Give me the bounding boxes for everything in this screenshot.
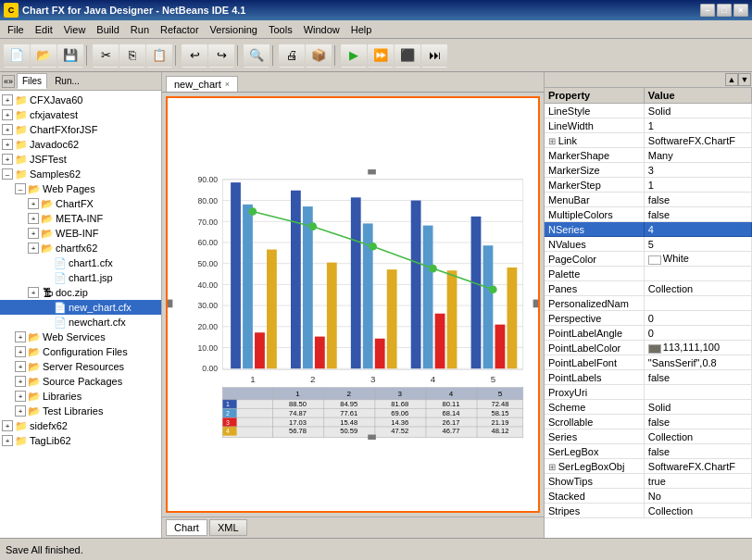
menu-refactor[interactable]: Refactor [155,22,205,37]
menu-help[interactable]: Help [345,22,378,37]
close-button[interactable]: × [733,4,748,17]
prop-row-personalizednam[interactable]: PersonalizedNam [545,296,752,311]
tree-item-configuration-files[interactable]: +📂Configuration Files [0,344,161,359]
doc-tab-close[interactable]: × [225,80,230,89]
tree-item-javadoc62[interactable]: +📁Javadoc62 [0,137,161,152]
properties-scroll-area[interactable]: Property Value LineStyleSolidLineWidth1⊞… [545,88,752,538]
tree-expand[interactable]: – [15,183,26,194]
tree-item-web-pages[interactable]: –📂Web Pages [0,181,161,196]
prop-row-scrollable[interactable]: Scrollablefalse [545,415,752,429]
tree-item-sidefx62[interactable]: +📁sidefx62 [0,418,161,433]
tree-item-chartfx[interactable]: +📂ChartFX [0,196,161,211]
prop-row-nvalues[interactable]: NValues5 [545,237,752,252]
minimize-button[interactable]: – [700,4,715,17]
tree-expand[interactable]: + [28,243,39,254]
redo-button[interactable]: ↪ [208,44,234,68]
tree-item-samples62[interactable]: –📁Samples62 [0,167,161,181]
tree-item-chartfxforjsf[interactable]: +📁ChartFXforJSF [0,122,161,137]
run-to-cursor-button[interactable]: ⏭ [421,44,447,68]
copy-button[interactable]: ⎘ [119,44,145,68]
tree-item-doc-zip[interactable]: +🗜doc.zip [0,285,161,300]
tree-expand[interactable]: + [28,213,39,224]
prop-row-stacked[interactable]: StackedNo [545,489,752,504]
tree-item-web-services[interactable]: +📂Web Services [0,330,161,344]
menu-run[interactable]: Run [125,22,155,37]
scroll-up-button[interactable]: ▲ [725,73,738,86]
prop-row-link[interactable]: ⊞ LinkSoftwareFX.ChartF [545,133,752,148]
tree-item-test-libraries[interactable]: +📂Test Libraries [0,404,161,418]
prop-row-pointlabelangle[interactable]: PointLabelAngle0 [545,326,752,341]
tree-item-chart1-cfx[interactable]: 📄chart1.cfx [0,255,161,270]
save-button[interactable]: 💾 [57,44,83,68]
tree-expand[interactable]: + [15,391,26,402]
prop-row-pointlabelcolor[interactable]: PointLabelColor113,111,100 [545,341,752,355]
prop-row-scheme[interactable]: SchemeSolid [545,400,752,415]
open-button[interactable]: 📂 [31,44,56,68]
prop-row-multiplecolors[interactable]: MultipleColorsfalse [545,207,752,222]
cut-button[interactable]: ✂ [93,44,119,68]
tree-expand[interactable]: + [28,198,39,209]
tree-expand[interactable]: + [2,435,13,446]
tree-expand[interactable]: + [2,420,13,431]
prop-row-perspective[interactable]: Perspective0 [545,311,752,326]
tree-expand[interactable]: + [2,109,13,120]
maximize-button[interactable]: □ [717,4,732,17]
menu-file[interactable]: File [2,22,30,37]
tree-expand[interactable]: + [15,331,26,342]
prop-row-proxyuri[interactable]: ProxyUri [545,385,752,400]
tree-item-web-inf[interactable]: +📂WEB-INF [0,226,161,241]
menu-window[interactable]: Window [298,22,345,37]
undo-button[interactable]: ↩ [182,44,207,68]
build-button[interactable]: 📦 [306,44,332,68]
prop-row-serlegboxobj[interactable]: ⊞ SerLegBoxObjSoftwareFX.ChartF [545,459,752,474]
prop-row-markersize[interactable]: MarkerSize3 [545,163,752,178]
tree-item-taglib62[interactable]: +📁TagLib62 [0,433,161,448]
panel-collapse-button[interactable]: «» [2,75,15,88]
tree-expand[interactable]: + [2,94,13,106]
prop-row-markershape[interactable]: MarkerShapeMany [545,148,752,163]
prop-row-linewidth[interactable]: LineWidth1 [545,118,752,133]
prop-row-series[interactable]: SeriesCollection [545,429,752,444]
menu-view[interactable]: View [58,22,92,37]
tree-item-libraries[interactable]: +📂Libraries [0,389,161,404]
new-button[interactable]: 📄 [4,44,30,68]
tree-expand[interactable]: + [15,376,26,387]
tab-files[interactable]: Files [17,73,47,89]
doc-tab-new-chart[interactable]: new_chart × [166,76,238,92]
print-button[interactable]: 🖨 [279,44,305,68]
run-fast-button[interactable]: ⏩ [368,44,394,68]
tree-item-server-resources[interactable]: +📂Server Resources [0,359,161,374]
prop-row-showtips[interactable]: ShowTipstrue [545,474,752,489]
tree-item-cfxjavatest[interactable]: +📁cfxjavatest [0,107,161,122]
tree-item-jsftest[interactable]: +📁JSFTest [0,152,161,167]
prop-row-menubar[interactable]: MenuBarfalse [545,193,752,207]
tree-expand[interactable]: + [15,361,26,372]
tree-expand[interactable]: + [28,228,39,239]
tree-item-source-packages[interactable]: +📂Source Packages [0,374,161,389]
tree-item-cfxjava60[interactable]: +📁CFXJava60 [0,93,161,107]
prop-row-palette[interactable]: Palette [545,267,752,281]
prop-row-pointlabels[interactable]: PointLabelsfalse [545,370,752,385]
menu-edit[interactable]: Edit [30,22,58,37]
run-button[interactable]: ▶ [341,44,367,68]
tree-expand[interactable]: + [2,154,13,165]
tree-expand[interactable]: + [2,139,13,150]
tree-item-chart1-jsp[interactable]: 📄chart1.jsp [0,270,161,285]
tree-expand[interactable]: + [15,346,26,357]
find-button[interactable]: 🔍 [244,44,269,68]
tree-expand[interactable]: – [2,168,13,180]
prop-row-linestyle[interactable]: LineStyleSolid [545,104,752,118]
prop-row-pointlabelfont[interactable]: PointLabelFont"SansSerif",0.8 [545,355,752,370]
tree-expand[interactable]: + [15,405,26,417]
prop-row-markerstep[interactable]: MarkerStep1 [545,178,752,193]
menu-tools[interactable]: Tools [263,22,298,37]
stop-button[interactable]: ⬛ [395,44,420,68]
tree-item-chartfx62[interactable]: +📂chartfx62 [0,241,161,255]
tree-item-meta-inf[interactable]: +📂META-INF [0,211,161,226]
prop-row-panes[interactable]: PanesCollection [545,281,752,296]
menu-build[interactable]: Build [91,22,124,37]
paste-button[interactable]: 📋 [146,44,172,68]
prop-row-pagecolor[interactable]: PageColorWhite [545,252,752,267]
expand-icon[interactable]: ⊞ [548,136,558,146]
chart-tab-xml[interactable]: XML [209,519,247,536]
